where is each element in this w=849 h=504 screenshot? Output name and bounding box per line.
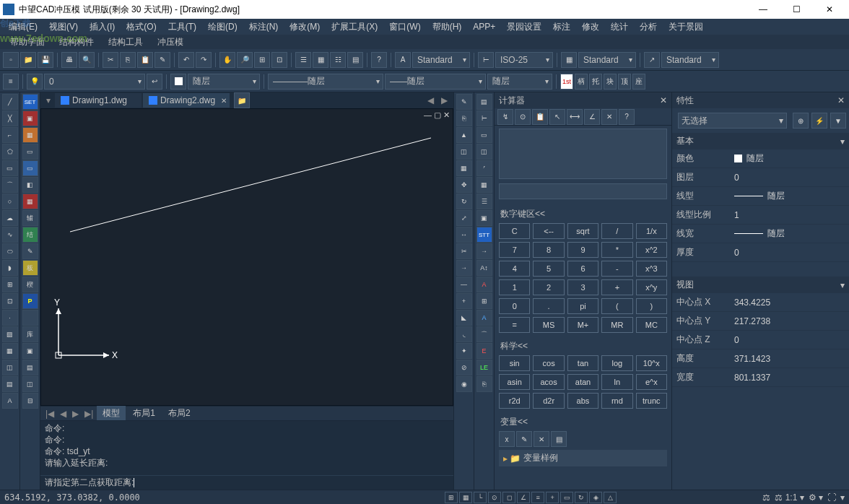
- text-style-combo[interactable]: Standard: [412, 52, 470, 68]
- ctool-11[interactable]: 楔: [22, 277, 38, 292]
- dim-11[interactable]: A↕: [476, 260, 492, 276]
- tab-layout2[interactable]: 布局2: [162, 406, 196, 421]
- calc-btn-([interactable]: (: [601, 298, 632, 314]
- calc-btn-M+[interactable]: M+: [567, 317, 598, 333]
- dim-4[interactable]: ◫: [476, 144, 492, 160]
- dim-style-combo[interactable]: ISO-25: [495, 52, 553, 68]
- mod-move[interactable]: ✥: [456, 177, 472, 193]
- tab-scroll-left[interactable]: ◀: [425, 95, 437, 105]
- mleader-style-icon[interactable]: ↗: [644, 52, 660, 68]
- ctool-9[interactable]: ✎: [22, 243, 38, 259]
- tool-xline[interactable]: ╳: [2, 110, 18, 126]
- tool-design[interactable]: ▦: [313, 52, 328, 68]
- mod-copy[interactable]: ⎘: [456, 110, 472, 126]
- mod-rotate[interactable]: ↻: [456, 194, 472, 209]
- keypad-header[interactable]: 数字键区<<: [499, 205, 667, 223]
- calc-tool-clear[interactable]: ↯: [497, 109, 513, 125]
- tool-circle[interactable]: ○: [2, 194, 18, 209]
- tool-match[interactable]: ✎: [154, 52, 170, 68]
- tool-gradient[interactable]: ▦: [2, 343, 18, 359]
- tab-scroll-right[interactable]: ▶: [438, 95, 450, 105]
- var-header[interactable]: 变量<<: [499, 413, 667, 431]
- calc-btn-MS[interactable]: MS: [533, 317, 564, 333]
- var-tool-4[interactable]: ▤: [551, 431, 567, 447]
- calc-btn-<--[interactable]: <--: [533, 223, 564, 239]
- calc-btn-4[interactable]: 4: [499, 261, 530, 277]
- tool-revcloud[interactable]: ☁: [2, 210, 18, 226]
- submenu-stamp[interactable]: 冲压模: [150, 35, 191, 50]
- prop-row-图层[interactable]: 图层0: [672, 168, 849, 187]
- file-tab-drawing1[interactable]: Drawing1.dwg: [55, 93, 142, 108]
- ext-bing[interactable]: 柄: [575, 74, 588, 90]
- mod-extend[interactable]: →: [456, 260, 472, 276]
- tool-new[interactable]: ▫: [3, 52, 19, 68]
- calc-btn-acos[interactable]: acos: [533, 374, 564, 390]
- calc-btn-7[interactable]: 7: [499, 242, 530, 258]
- calc-btn-atan[interactable]: atan: [567, 374, 598, 390]
- mod-18[interactable]: ◉: [456, 376, 472, 392]
- ctool-14[interactable]: 库: [22, 326, 38, 342]
- calc-btn-0[interactable]: 0: [499, 298, 530, 314]
- calc-btn-+[interactable]: +: [601, 279, 632, 295]
- color-combo[interactable]: 随层: [188, 74, 260, 90]
- dim-6[interactable]: ▦: [476, 177, 492, 193]
- dim-18[interactable]: ⎘: [476, 376, 492, 392]
- properties-close-icon[interactable]: ✕: [837, 95, 845, 105]
- dim-8[interactable]: ▣: [476, 210, 492, 226]
- calc-btn-cos[interactable]: cos: [533, 355, 564, 371]
- ext-kuai[interactable]: 块: [604, 74, 617, 90]
- ortho-button[interactable]: └: [474, 492, 487, 503]
- ctool-17[interactable]: ◫: [22, 376, 38, 392]
- menu-ext-tools[interactable]: 扩展工具(X): [326, 19, 383, 35]
- menu-jy-analysis[interactable]: 分析: [634, 19, 663, 35]
- osnap-button[interactable]: ◻: [502, 492, 515, 503]
- selection-combo[interactable]: 无选择▾: [678, 113, 787, 129]
- table-style-icon[interactable]: ▦: [561, 52, 577, 68]
- tool-preview[interactable]: 🔍: [79, 52, 95, 68]
- dim-3[interactable]: ▭: [476, 127, 492, 143]
- prop-row-线宽[interactable]: 线宽随层: [672, 225, 849, 243]
- mod-explode[interactable]: ✦: [456, 343, 472, 359]
- menu-tools[interactable]: 工具(T): [162, 19, 202, 35]
- minimize-button[interactable]: —: [746, 0, 780, 19]
- lineweight-combo[interactable]: —— 随层: [385, 74, 486, 90]
- calc-btn-abs[interactable]: abs: [567, 393, 598, 409]
- var-tool-2[interactable]: ✎: [516, 431, 532, 447]
- layer-prev[interactable]: ↩: [147, 74, 162, 90]
- ctool-1[interactable]: ▣: [22, 110, 38, 126]
- ctool-6[interactable]: ▦: [22, 194, 38, 209]
- tool-print[interactable]: 🖶: [61, 52, 77, 68]
- ctool-18[interactable]: ⊟: [22, 393, 38, 409]
- tool-undo[interactable]: ↶: [178, 52, 194, 68]
- ext-1st[interactable]: 1st: [560, 74, 573, 90]
- dim-5[interactable]: ⎖: [476, 160, 492, 176]
- ctool-13[interactable]: [22, 310, 38, 326]
- mod-chamfer[interactable]: ◣: [456, 310, 472, 326]
- mleader-style-combo[interactable]: Standard: [661, 52, 719, 68]
- prop-row-高度[interactable]: 高度371.1423: [672, 349, 849, 368]
- prop-tool-filter[interactable]: ▼: [830, 113, 846, 129]
- menu-dimension[interactable]: 标注(N): [243, 19, 284, 35]
- tool-zoom-ext[interactable]: ⊞: [254, 52, 270, 68]
- calc-tool-angle[interactable]: ∠: [584, 109, 600, 125]
- otrack-button[interactable]: ∠: [517, 492, 530, 503]
- layout-next-icon[interactable]: ▶: [70, 409, 81, 419]
- dim-10[interactable]: →: [476, 243, 492, 259]
- ctool-set[interactable]: SET: [22, 94, 38, 110]
- mod-join[interactable]: +: [456, 293, 472, 309]
- calc-btn-1[interactable]: 1: [499, 279, 530, 295]
- calc-btn-e^x[interactable]: e^x: [636, 374, 667, 390]
- menu-format[interactable]: 格式(O): [121, 19, 162, 35]
- calc-tool-dist[interactable]: ⟷: [567, 109, 583, 125]
- mod-erase[interactable]: ✎: [456, 94, 472, 110]
- dim-14[interactable]: A: [476, 310, 492, 326]
- tool-pan[interactable]: ✋: [219, 52, 235, 68]
- calc-btn-rnd[interactable]: rnd: [601, 393, 632, 409]
- tool-copy[interactable]: ⎘: [120, 52, 136, 68]
- tool-region[interactable]: ◫: [2, 360, 18, 375]
- dim-2[interactable]: ⊢: [476, 110, 492, 126]
- calc-btn--[interactable]: -: [601, 261, 632, 277]
- prop-row-宽度[interactable]: 宽度801.1337: [672, 368, 849, 387]
- var-tool-1[interactable]: x: [499, 431, 515, 447]
- annoscale-icon[interactable]: ⚖: [762, 492, 770, 503]
